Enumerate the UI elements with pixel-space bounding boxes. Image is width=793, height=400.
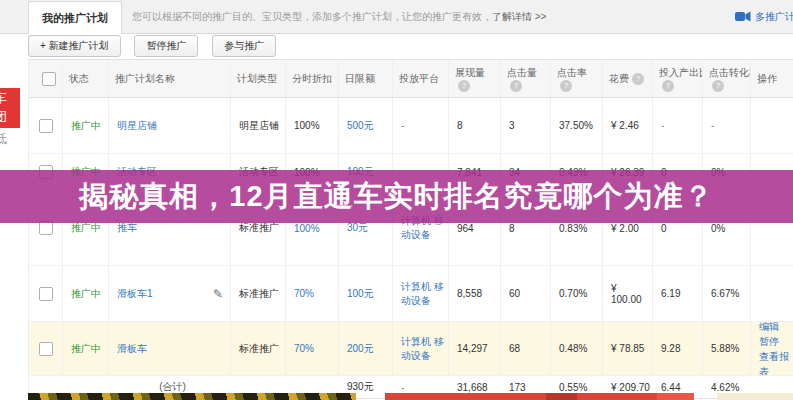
value-impressions: 14,297	[457, 343, 488, 354]
learn-more-link[interactable]: 了解详情 >>	[492, 11, 546, 22]
ctr-cell: 0.48%	[551, 322, 603, 375]
value-ctr: 0.48%	[559, 343, 587, 354]
actions-cell: 编辑暂停查看报表	[751, 322, 793, 375]
campaign-name-link[interactable]: 滑板车	[117, 342, 147, 356]
info-icon[interactable]: ?	[632, 73, 644, 85]
value-cost: ¥ 2.00	[611, 223, 639, 234]
thumbnail-1[interactable]	[28, 393, 356, 400]
info-icon[interactable]: ?	[510, 80, 522, 92]
plan-type-cell: 明星店铺	[231, 98, 286, 153]
table-body: 推广中明星店铺明星店铺100%500元-8337.50%¥ 2.46--推广中活…	[29, 98, 793, 376]
value-clicks: 60	[509, 288, 520, 299]
info-icon[interactable]: ?	[662, 80, 674, 92]
toolbar: + 新建推广计划 暂停推广 参与推广	[0, 34, 793, 59]
impressions-cell: 8	[449, 98, 501, 153]
action-link[interactable]: 暂停	[759, 334, 779, 349]
summary-cvr: 4.62%	[711, 382, 739, 393]
edit-pencil-icon[interactable]: ✎	[213, 287, 223, 301]
value-impressions: 8	[457, 120, 463, 131]
campaign-status: 推广中	[71, 342, 101, 356]
plan-type: 标准推广	[239, 221, 279, 235]
name-cell: 滑板车1✎	[109, 266, 231, 321]
plan-type-cell: 标准推广	[231, 266, 286, 321]
actions-cell	[751, 266, 793, 321]
campaign-name-link[interactable]: 推车	[117, 221, 137, 235]
daily-limit-link[interactable]: 30元	[347, 221, 368, 235]
value-roi: 0	[661, 223, 667, 234]
platform[interactable]: 计算机 移动设备	[401, 280, 445, 308]
table-header-row: 状态推广计划名称计划类型分时折扣日限额投放平台展现量?点击量?点击率?花费?投入…	[29, 60, 793, 98]
plan-type: 明星店铺	[239, 119, 279, 133]
row-checkbox[interactable]	[39, 221, 53, 235]
time-discount: 100%	[294, 120, 320, 131]
column-header-label: 点击量	[507, 66, 537, 80]
pause-campaign-button[interactable]: 暂停推广	[134, 35, 198, 57]
app-window: 我的推广计划 您可以根据不同的推广目的、宝贝类型，添加多个推广计划，让您的推广更…	[0, 0, 793, 400]
time-discount[interactable]: 100%	[294, 223, 320, 234]
clicks-cell: 3	[501, 98, 551, 153]
side-strip-char: 低	[0, 130, 20, 148]
value-cost: ¥ 2.46	[611, 120, 639, 131]
value-cvr: -	[711, 120, 714, 131]
daily-limit-link[interactable]: 500元	[347, 119, 374, 133]
action-link[interactable]: 编辑	[759, 322, 779, 334]
checkbox-cell	[29, 322, 63, 375]
select-all-checkbox[interactable]	[42, 72, 56, 86]
time-discount[interactable]: 70%	[294, 288, 314, 299]
info-icon[interactable]: ?	[712, 80, 724, 92]
roi-cell: 6.19	[653, 266, 703, 321]
total-label: (合计)	[159, 380, 186, 394]
value-impressions: 8,558	[457, 288, 482, 299]
cost-cell: ¥ 2.46	[603, 98, 653, 153]
roi-cell: 9.28	[653, 322, 703, 375]
value-ctr: 0.83%	[559, 223, 587, 234]
column-header-label: 花费	[609, 72, 629, 86]
name-cell: 滑板车	[109, 322, 231, 375]
daily-limit-link[interactable]: 100元	[347, 287, 374, 301]
summary-limit: 930元	[347, 380, 374, 394]
value-impressions: 964	[457, 223, 474, 234]
limit-cell: 500元	[339, 98, 393, 153]
thumbnail-2[interactable]	[385, 393, 694, 400]
thumbnail-3[interactable]	[717, 393, 793, 400]
value-roi: 6.19	[661, 288, 680, 299]
campaign-name-link[interactable]: 明星店铺	[117, 119, 157, 133]
info-icon[interactable]: ?	[458, 80, 470, 92]
column-header-label: 状态	[69, 72, 89, 86]
video-camera-icon	[735, 11, 751, 22]
value-cost: ¥ 100.00	[611, 283, 649, 305]
join-campaign-button[interactable]: 参与推广	[212, 35, 276, 57]
hint-text-body: 您可以根据不同的推广目的、宝贝类型，添加多个推广计划，让您的推广更有效，	[132, 11, 492, 22]
column-header: 投入产出比?	[653, 60, 703, 97]
new-campaign-button[interactable]: + 新建推广计划	[28, 35, 121, 57]
row-checkbox[interactable]	[39, 287, 53, 301]
daily-limit-link[interactable]: 200元	[347, 342, 374, 356]
column-header-label: 点击率	[557, 66, 587, 80]
cost-cell: ¥ 78.85	[603, 322, 653, 375]
side-strip-item[interactable]: 低	[0, 130, 20, 148]
action-link[interactable]: 查看报表	[759, 349, 790, 376]
time-discount[interactable]: 70%	[294, 343, 314, 354]
column-header: 计划类型	[231, 60, 286, 97]
campaign-name-link[interactable]: 滑板车1	[117, 287, 153, 301]
info-icon[interactable]: ?	[560, 80, 572, 92]
summary-cost: ¥ 209.70	[611, 382, 650, 393]
side-red-badge[interactable]: 车 团	[0, 88, 20, 128]
side-badge-char-1: 车	[0, 88, 20, 107]
platform-cell: -	[393, 98, 449, 153]
row-checkbox[interactable]	[39, 119, 53, 133]
tab-my-campaigns[interactable]: 我的推广计划	[28, 1, 122, 34]
table-row: 推广中滑板车1✎标准推广70%100元计算机 移动设备8,558600.70%¥…	[29, 266, 793, 322]
row-checkbox[interactable]	[39, 342, 53, 356]
platform[interactable]: 计算机 移动设备	[401, 335, 445, 363]
column-header: 日限额	[339, 60, 393, 97]
status-cell: 推广中	[63, 322, 109, 375]
value-clicks: 3	[509, 120, 515, 131]
impressions-cell: 8,558	[449, 266, 501, 321]
multi-campaign-intro-link[interactable]: 多推广计划介绍	[735, 0, 793, 33]
side-badge-char-2: 团	[0, 107, 20, 126]
checkbox-cell	[29, 266, 63, 321]
summary-roi: 6.44	[661, 382, 680, 393]
column-header-label: 投放平台	[399, 72, 439, 86]
value-clicks: 68	[509, 343, 520, 354]
